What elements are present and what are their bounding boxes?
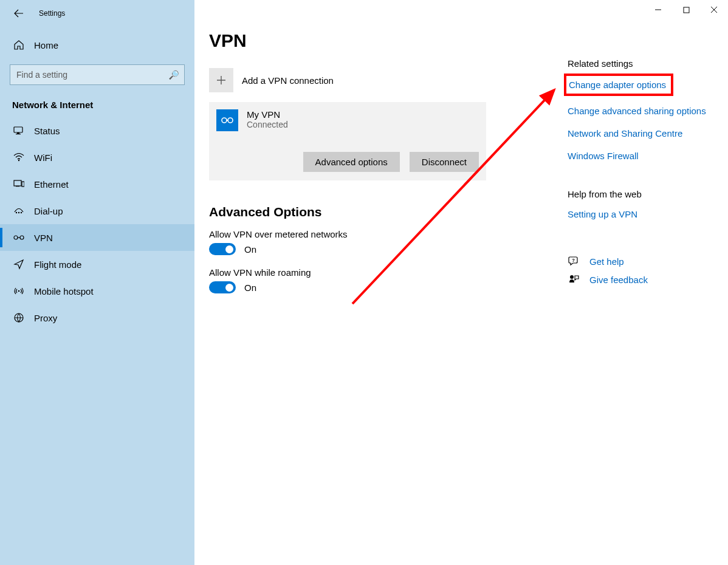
- nav-label: Status: [34, 126, 60, 136]
- sidebar-item-mobile-hotspot[interactable]: Mobile hotspot: [0, 278, 194, 304]
- sidebar-item-status[interactable]: Status: [0, 117, 194, 144]
- link-change-advanced-sharing[interactable]: Change advanced sharing options: [568, 106, 713, 116]
- svg-rect-1: [17, 132, 19, 134]
- window-controls: [644, 0, 728, 19]
- help-from-web-heading: Help from the web: [568, 189, 713, 199]
- wifi-icon: [12, 153, 26, 162]
- sidebar-item-dialup[interactable]: Dial-up: [0, 197, 194, 224]
- sidebar-item-vpn[interactable]: VPN: [0, 224, 194, 251]
- get-help-row[interactable]: ? Get help: [568, 256, 713, 267]
- add-vpn-label: Add a VPN connection: [242, 75, 334, 86]
- related-settings-heading: Related settings: [568, 58, 713, 69]
- svg-rect-6: [16, 186, 19, 187]
- arrow-left-icon: [14, 9, 24, 18]
- nav-label: Dial-up: [34, 206, 63, 216]
- page-title: VPN: [209, 30, 728, 51]
- nav-label: Ethernet: [34, 179, 69, 190]
- svg-text:?: ?: [572, 258, 575, 263]
- svg-rect-18: [684, 7, 689, 13]
- sidebar-home[interactable]: Home: [0, 32, 194, 58]
- give-feedback-row[interactable]: Give feedback: [568, 274, 713, 285]
- vpn-card[interactable]: My VPN Connected Advanced options Discon…: [209, 102, 486, 180]
- dialup-icon: [12, 207, 26, 215]
- search-input[interactable]: [16, 70, 169, 80]
- sidebar-item-proxy[interactable]: Proxy: [0, 304, 194, 331]
- sidebar-item-wifi[interactable]: WiFi: [0, 144, 194, 171]
- vpn-tile-icon: [221, 115, 234, 125]
- svg-point-9: [21, 212, 22, 213]
- nav-label: Flight mode: [34, 259, 81, 270]
- svg-rect-5: [22, 182, 24, 187]
- close-button[interactable]: [700, 0, 728, 19]
- feedback-icon: [568, 274, 580, 285]
- svg-rect-4: [14, 180, 21, 186]
- svg-point-8: [18, 212, 19, 213]
- close-icon: [710, 6, 718, 13]
- nav-label: VPN: [34, 233, 53, 243]
- right-rail: Related settings Change adapter options …: [568, 58, 713, 292]
- give-feedback-label: Give feedback: [589, 275, 648, 285]
- get-help-label: Get help: [589, 256, 624, 267]
- nav-label: Proxy: [34, 313, 57, 323]
- nav-label: WiFi: [34, 152, 52, 163]
- search-icon: 🔍: [169, 70, 179, 80]
- svg-point-3: [18, 160, 19, 161]
- link-windows-firewall[interactable]: Windows Firewall: [568, 151, 713, 161]
- minimize-button[interactable]: [644, 0, 672, 19]
- toggle-metered[interactable]: [209, 243, 236, 255]
- svg-point-14: [222, 118, 227, 123]
- svg-point-17: [570, 275, 574, 279]
- plus-tile: [209, 68, 233, 92]
- titlebar: Settings: [0, 0, 194, 27]
- globe-icon: [12, 312, 26, 323]
- sidebar-item-flight-mode[interactable]: Flight mode: [0, 251, 194, 278]
- advanced-options-button[interactable]: Advanced options: [303, 152, 400, 172]
- vpn-name: My VPN: [247, 109, 288, 120]
- app-title: Settings: [39, 9, 65, 18]
- airplane-icon: [12, 259, 26, 270]
- svg-rect-0: [14, 127, 22, 132]
- vpn-icon: [12, 233, 26, 242]
- vpn-tile: [216, 109, 238, 131]
- toggle-roaming-state: On: [244, 282, 256, 293]
- maximize-icon: [683, 7, 690, 13]
- toggle-roaming[interactable]: [209, 281, 236, 293]
- annotation-highlight-box: Change adapter options: [564, 74, 673, 96]
- svg-point-15: [228, 118, 233, 123]
- disconnect-button[interactable]: Disconnect: [410, 152, 479, 172]
- link-network-sharing-centre[interactable]: Network and Sharing Centre: [568, 128, 713, 139]
- home-label: Home: [34, 40, 58, 50]
- svg-rect-2: [16, 134, 21, 134]
- nav-label: Mobile hotspot: [34, 286, 94, 296]
- home-icon: [12, 39, 26, 50]
- plus-icon: [216, 75, 227, 86]
- maximize-button[interactable]: [672, 0, 700, 19]
- svg-point-10: [14, 236, 18, 239]
- vpn-info: My VPN Connected: [247, 109, 288, 129]
- svg-point-7: [16, 212, 17, 213]
- sidebar-item-ethernet[interactable]: Ethernet: [0, 171, 194, 197]
- sidebar: Settings Home 🔍 Network & Internet Statu…: [0, 0, 194, 565]
- hotspot-icon: [12, 286, 26, 296]
- toggle-metered-state: On: [244, 244, 256, 255]
- minimize-icon: [654, 6, 662, 13]
- status-icon: [12, 126, 26, 135]
- help-icon: ?: [568, 256, 580, 267]
- link-change-adapter-options[interactable]: Change adapter options: [569, 80, 666, 90]
- vpn-status: Connected: [247, 120, 288, 129]
- sidebar-section-title: Network & Internet: [12, 100, 194, 110]
- svg-point-11: [20, 236, 24, 239]
- ethernet-icon: [12, 180, 26, 188]
- search-box[interactable]: 🔍: [10, 64, 185, 85]
- back-button[interactable]: [10, 4, 28, 22]
- svg-point-12: [18, 290, 20, 292]
- link-setting-up-vpn[interactable]: Setting up a VPN: [568, 209, 713, 219]
